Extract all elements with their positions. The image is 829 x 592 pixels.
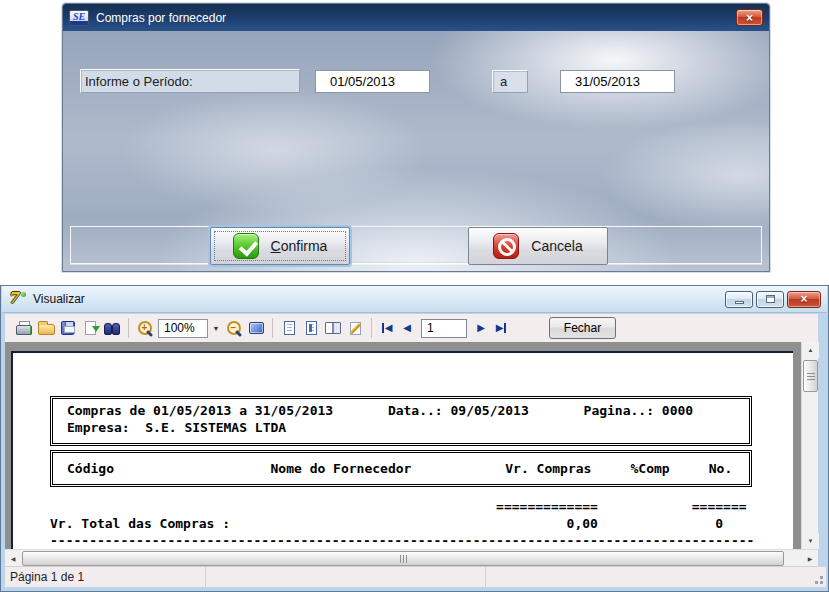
arrow-left-icon: ◀ (11, 555, 16, 562)
date-from-input[interactable] (315, 70, 430, 93)
report-header-box: Compras de 01/05/2013 a 31/05/2013 Data.… (50, 396, 752, 446)
first-page-icon (382, 323, 384, 333)
export-icon (85, 321, 96, 335)
dialog-titlebar[interactable]: SE Compras por fornecedor × (63, 4, 769, 31)
save-icon (61, 321, 75, 335)
report-header-line1: Compras de 01/05/2013 a 31/05/2013 Data.… (67, 402, 749, 419)
report-app-icon: 7 (8, 291, 26, 307)
arrow-right-icon: ▶ (477, 323, 485, 333)
zoom-level-select[interactable]: 100% (158, 319, 208, 338)
edit-page-button[interactable] (344, 317, 366, 339)
open-folder-icon (38, 324, 55, 335)
preview-title: Visualizar (33, 292, 85, 306)
arrow-right-icon: ▶ (808, 555, 813, 562)
printer-icon (16, 321, 32, 335)
page-width-view-button[interactable] (300, 317, 322, 339)
dialog-close-button[interactable]: × (736, 9, 763, 26)
between-label: a (492, 70, 528, 93)
two-page-view-button[interactable] (322, 317, 344, 339)
minimize-icon (735, 301, 744, 304)
report-columns-box: Código Nome do Fornecedor Vr. Compras %C… (50, 450, 752, 487)
compras-dialog-window: SE Compras por fornecedor × Informe o Pe… (62, 3, 770, 272)
cancela-button[interactable]: Cancela (468, 227, 608, 265)
cancela-button-label: Cancela (531, 238, 582, 254)
page-columns-icon (306, 321, 317, 335)
save-button[interactable] (57, 317, 79, 339)
single-page-icon (284, 321, 295, 335)
zoom-dropdown-arrow[interactable]: ▼ (209, 319, 223, 338)
report-dashes-line: ----------------------------------------… (50, 532, 754, 549)
report-header-line2: Empresa: S.E. SISTEMAS LTDA (67, 419, 749, 436)
close-icon: × (746, 12, 753, 24)
edit-pencil-icon (350, 322, 361, 335)
statusbar: Página 1 de 1 (5, 566, 826, 587)
toolbar-separator (371, 318, 372, 338)
date-to-input[interactable] (560, 70, 675, 93)
page-view-button[interactable] (278, 317, 300, 339)
preview-close-button[interactable]: × (787, 291, 821, 308)
vertical-scroll-thumb[interactable] (803, 360, 818, 392)
report-preview-region: Compras de 01/05/2013 a 31/05/2013 Data.… (5, 342, 818, 549)
monitor-icon (249, 322, 264, 334)
zoom-level-value: 100% (164, 321, 195, 335)
zoom-in-button[interactable] (134, 317, 156, 339)
arrow-up-icon: ▲ (808, 347, 814, 353)
check-icon (233, 233, 259, 259)
horizontal-scrollbar[interactable]: ◀ ▶ (5, 549, 818, 566)
report-page: Compras de 01/05/2013 a 31/05/2013 Data.… (11, 351, 793, 549)
dialog-title: Compras por fornecedor (96, 11, 226, 25)
page-info: Página 1 de 1 (10, 570, 84, 584)
first-page-button[interactable]: ◀ (377, 318, 397, 338)
scroll-left-button[interactable]: ◀ (5, 550, 21, 567)
se-icon-text: SE (73, 11, 85, 22)
scroll-right-button[interactable]: ▶ (802, 550, 818, 567)
arrow-left-icon: ◀ (385, 323, 393, 333)
toolbar-separator (272, 318, 273, 338)
arrow-right-icon: ▶ (496, 323, 504, 333)
previous-page-button[interactable]: ◀ (397, 318, 417, 338)
period-label: Informe o Período: (80, 69, 300, 93)
next-page-button[interactable]: ▶ (471, 318, 491, 338)
last-page-icon (504, 323, 506, 333)
toolbar-separator (128, 318, 129, 338)
horizontal-scroll-thumb[interactable] (22, 551, 784, 566)
close-icon: × (800, 293, 807, 305)
vertical-scrollbar[interactable]: ▲ ▼ (801, 342, 818, 549)
zoom-out-button[interactable] (223, 317, 245, 339)
statusbar-panel (486, 567, 826, 587)
find-button[interactable] (101, 317, 123, 339)
report-app-icon-text: 7 (8, 289, 18, 307)
report-columns-line: Código Nome do Fornecedor Vr. Compras %C… (67, 460, 749, 477)
scroll-down-button[interactable]: ▼ (802, 533, 819, 549)
last-page-button[interactable]: ▶ (491, 318, 511, 338)
maximize-button[interactable] (756, 291, 784, 308)
preview-titlebar[interactable]: 7 Visualizar × (2, 286, 827, 313)
full-page-button[interactable] (245, 317, 267, 339)
book-pages-icon (325, 322, 341, 334)
visualizar-window: 7 Visualizar × 100% ▼ ◀ ◀ ▶ ▶ Fechar (0, 285, 829, 592)
arrow-down-icon: ▼ (808, 538, 814, 544)
arrow-left-icon: ◀ (403, 323, 411, 333)
window-controls: × (725, 291, 821, 308)
print-button[interactable] (13, 317, 35, 339)
report-totals: ============= ======= Vr. Total das Comp… (50, 498, 754, 549)
cancel-icon (493, 233, 519, 259)
statusbar-page-panel: Página 1 de 1 (5, 567, 206, 587)
resize-grip[interactable] (811, 572, 824, 585)
report-total-line: Vr. Total das Compras : 0,00 0 (50, 515, 754, 532)
export-button[interactable] (79, 317, 101, 339)
chevron-down-icon: ▼ (213, 325, 220, 332)
fechar-button[interactable]: Fechar (549, 317, 616, 339)
maximize-icon (766, 295, 775, 303)
binoculars-icon (104, 323, 120, 334)
open-button[interactable] (35, 317, 57, 339)
report-equals-line: ============= ======= (50, 498, 754, 515)
zoom-in-icon (137, 320, 154, 336)
confirma-button-label: Confirma (271, 238, 328, 254)
page-number-input[interactable] (421, 319, 467, 338)
minimize-button[interactable] (725, 291, 753, 308)
scroll-up-button[interactable]: ▲ (802, 342, 819, 358)
preview-toolbar: 100% ▼ ◀ ◀ ▶ ▶ Fechar (5, 314, 818, 342)
se-app-icon: SE (69, 10, 89, 26)
confirma-button[interactable]: Confirma (210, 227, 350, 265)
